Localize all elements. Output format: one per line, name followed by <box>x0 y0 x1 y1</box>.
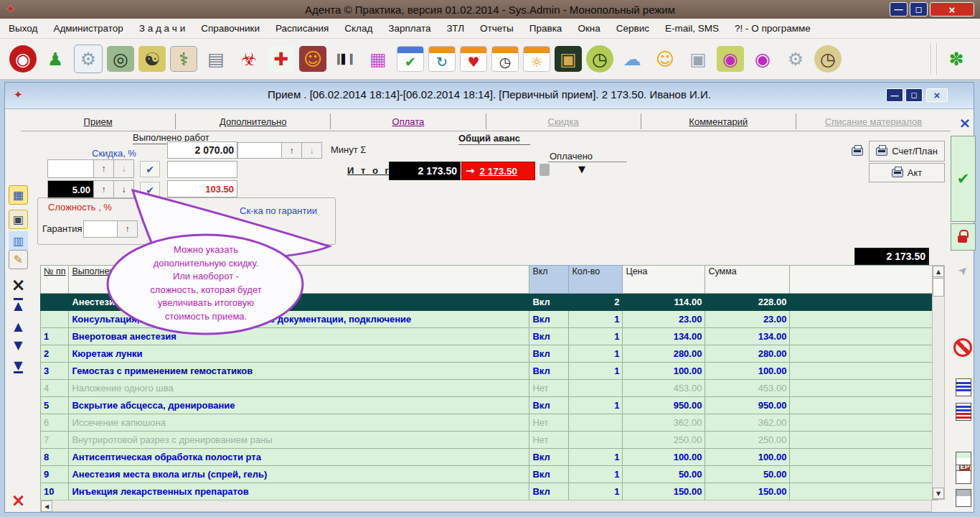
reception-close-button[interactable]: × <box>926 88 948 102</box>
advance-clipboard-icon[interactable] <box>540 164 550 176</box>
cell-price[interactable]: 150.00 <box>623 483 705 500</box>
cell-sum[interactable]: 50.00 <box>705 466 790 483</box>
service-row[interactable]: Консультация, сбор анамнеза, оформление … <box>41 311 938 328</box>
cell-extra[interactable] <box>790 432 938 449</box>
cell-incl[interactable]: Нет <box>529 380 569 397</box>
cell-extra[interactable] <box>790 363 938 380</box>
cell-extra[interactable] <box>790 483 938 500</box>
minutes-field[interactable] <box>237 142 282 159</box>
cell-extra[interactable] <box>790 311 938 328</box>
col-price[interactable]: Цена <box>623 266 705 294</box>
guarantee-discount-field[interactable]: 103.50 <box>167 180 237 197</box>
cell-extra[interactable] <box>790 294 938 311</box>
cell-price[interactable]: 134.00 <box>623 328 705 345</box>
tv-icon[interactable]: ▣ <box>555 46 582 72</box>
cell-incl[interactable]: Нет <box>529 414 569 432</box>
layout-grid-icon[interactable]: ▦ <box>364 45 392 73</box>
cell-num[interactable]: 9 <box>41 466 69 483</box>
cell-name[interactable]: Кюретаж лунки <box>69 345 529 363</box>
cell-qty[interactable] <box>569 432 623 449</box>
scroll-left-icon[interactable]: ◀ <box>41 500 52 512</box>
menu-item[interactable]: Отчеты <box>480 23 514 34</box>
cell-name[interactable]: Внутриротовой разрез с дренированием ран… <box>69 432 529 449</box>
cell-name[interactable]: Инъекция лекарственных препаратов <box>69 483 529 500</box>
video-folder-icon[interactable]: ◎ <box>107 46 134 72</box>
remove-button[interactable]: × <box>9 275 28 294</box>
menu-item[interactable]: Расписания <box>275 23 329 34</box>
cell-sum[interactable]: 100.00 <box>705 363 790 380</box>
cell-price[interactable]: 114.00 <box>623 294 705 311</box>
cell-num[interactable]: 6 <box>41 414 69 432</box>
col-incl[interactable]: Вкл <box>529 266 569 294</box>
cell-name[interactable]: Гемостаз с применением гемостатиков <box>69 363 529 380</box>
invoice-plan-button[interactable]: Счет/План <box>869 141 945 162</box>
discount-down-icon[interactable]: ↓ <box>114 159 134 178</box>
cell-num[interactable]: 7 <box>41 432 69 449</box>
minutes-up-icon[interactable]: ↑ <box>282 142 302 159</box>
window-view-button[interactable]: ▥ <box>9 231 28 251</box>
lock-button[interactable] <box>951 223 976 251</box>
calendar-clock-icon[interactable]: ◷ <box>491 46 519 72</box>
cell-sum[interactable]: 362.00 <box>705 414 790 432</box>
cell-name[interactable]: Наложение одного шва <box>69 380 529 397</box>
service-row[interactable]: 3Гемостаз с применением гемостатиковВкл1… <box>41 363 938 380</box>
barcode-icon[interactable]: ║▌║ <box>331 45 359 73</box>
edit-entry-button[interactable]: ✎ <box>9 250 28 269</box>
chart-button[interactable]: ▦ <box>9 185 28 205</box>
cell-num[interactable]: 1 <box>41 328 69 345</box>
minutes-down-icon[interactable]: ↓ <box>302 142 322 159</box>
done-work-field[interactable]: 2 070.00 <box>167 141 237 159</box>
alarm-star-icon[interactable]: ◷ <box>814 45 842 73</box>
service-row[interactable]: 10Инъекция лекарственных препаратовВкл11… <box>41 483 938 500</box>
cell-qty[interactable] <box>569 380 623 397</box>
menu-item[interactable]: Склад <box>344 23 372 34</box>
cell-extra[interactable] <box>790 397 938 414</box>
discount-apply-button[interactable]: ✔ <box>140 161 160 177</box>
cell-sum[interactable]: 150.00 <box>705 483 790 500</box>
cell-price[interactable]: 250.00 <box>623 432 705 449</box>
cell-sum[interactable]: 453.00 <box>705 380 790 397</box>
last-row-button[interactable]: ▼ <box>9 357 28 376</box>
service-row[interactable]: 9Анестезия места вкола иглы (спрей, гель… <box>41 466 938 483</box>
menu-item[interactable]: Окна <box>578 23 600 34</box>
printer-icon[interactable] <box>852 147 863 156</box>
photo-eye-icon[interactable]: ◉ <box>717 46 744 72</box>
guarantee-spinner[interactable]: ↑ <box>83 220 138 238</box>
cell-num[interactable] <box>41 294 69 311</box>
cell-incl[interactable]: Вкл <box>529 328 569 345</box>
minimize-button[interactable]: — <box>890 2 908 17</box>
cell-price[interactable]: 362.00 <box>623 414 705 432</box>
reception-minimize-button[interactable]: — <box>886 88 903 102</box>
complexity-spinner[interactable]: 5.00 ↑ ↓ <box>47 180 134 199</box>
cell-qty[interactable]: 1 <box>569 449 623 466</box>
cell-price[interactable]: 100.00 <box>623 363 705 380</box>
col-qty[interactable]: Кол-во <box>569 266 623 294</box>
scroll-up-icon[interactable]: ▲ <box>933 266 944 277</box>
cell-num[interactable]: 2 <box>41 345 69 363</box>
service-row[interactable]: 7Внутриротовой разрез с дренированием ра… <box>41 432 938 449</box>
cell-qty[interactable]: 1 <box>569 466 623 483</box>
panel-empty-button[interactable] <box>956 470 971 484</box>
cell-sum[interactable]: 100.00 <box>705 449 790 466</box>
cell-incl[interactable]: Вкл <box>529 294 569 311</box>
vertical-scrollbar[interactable]: ▲ ▼ <box>932 265 945 500</box>
guarantee-field[interactable] <box>83 220 118 238</box>
doc-blue-button[interactable] <box>956 378 971 396</box>
menu-item[interactable]: Правка <box>529 23 562 34</box>
cell-price[interactable]: 950.00 <box>623 397 705 414</box>
cell-extra[interactable] <box>790 380 938 397</box>
service-row[interactable]: 6Иссечение капюшонаНет362.00362.00 <box>41 414 938 432</box>
menu-item[interactable]: Зарплата <box>388 23 430 34</box>
advance-field[interactable]: → 2 173.50 <box>461 162 535 180</box>
horizontal-scrollbar[interactable]: ◀ <box>40 500 932 512</box>
eye-icon[interactable]: ◉ <box>748 45 777 73</box>
cell-extra[interactable] <box>790 328 938 345</box>
save-button[interactable]: ▣ <box>9 210 28 229</box>
menu-item[interactable]: ?! - О программе <box>735 23 811 34</box>
menu-item[interactable]: Справочники <box>201 23 260 34</box>
gear-sync-icon[interactable]: ⚙ <box>781 45 810 73</box>
complexity-up-icon[interactable]: ↑ <box>94 180 114 199</box>
cell-qty[interactable]: 1 <box>569 328 623 345</box>
cell-price[interactable]: 50.00 <box>623 466 705 483</box>
next-row-button[interactable]: ▼ <box>9 335 28 355</box>
